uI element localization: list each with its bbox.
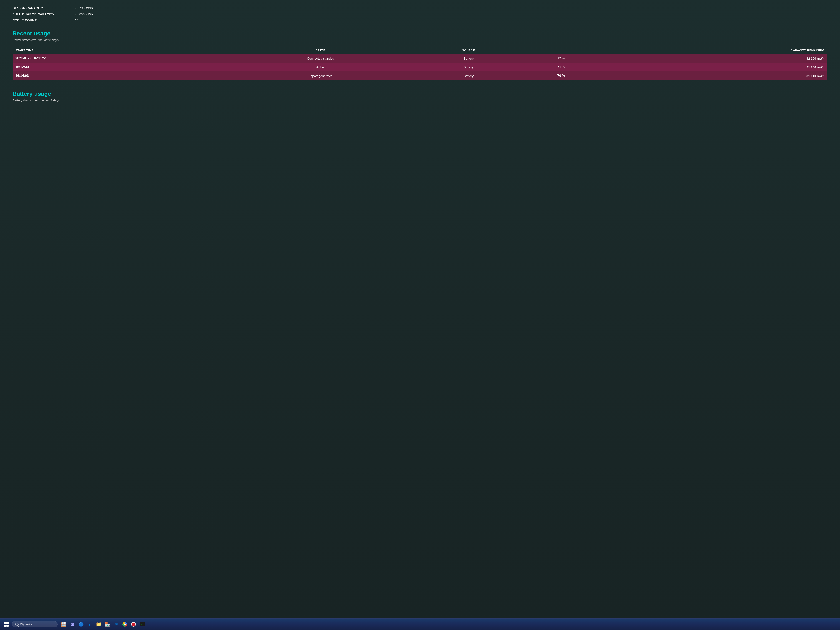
recent-usage-title: Recent usage — [13, 30, 827, 37]
file-explorer-icon[interactable]: 📁 — [95, 621, 103, 628]
col-start-time: START TIME — [13, 47, 226, 54]
windows-pane-1 — [4, 622, 6, 624]
taskbar-icons: 🪟 ⊞ 🔵 e 📁 🏪 ✉ >_ — [60, 621, 146, 628]
cell-source: Battery — [415, 63, 523, 71]
start-button[interactable] — [2, 620, 10, 628]
cell-capacity-pct: 72 % — [523, 54, 600, 63]
table-row: 16:14:03Report generatedBattery70 %31 61… — [13, 71, 827, 80]
windows-pane-4 — [6, 625, 8, 627]
widgets-app-icon[interactable]: 🪟 — [60, 621, 68, 628]
cell-capacity-pct: 70 % — [523, 71, 600, 80]
opera-icon[interactable] — [129, 621, 137, 628]
cell-state: Active — [226, 63, 415, 71]
full-charge-row: FULL CHARGE CAPACITY 44 850 mWh — [13, 12, 827, 16]
cell-capacity-mwh: 32 100 mWh — [600, 54, 827, 63]
mail-icon[interactable]: ✉ — [112, 621, 120, 628]
edge-icon[interactable]: e — [86, 621, 94, 628]
cell-capacity-mwh: 31 610 mWh — [600, 71, 827, 80]
cell-start-time: 16:14:03 — [13, 71, 226, 80]
cell-start-time: 16:12:30 — [13, 63, 226, 71]
terminal-icon[interactable]: >_ — [138, 621, 146, 628]
col-capacity-mwh: CAPACITY REMAINING — [600, 47, 827, 54]
cell-state: Report generated — [226, 71, 415, 80]
search-bar[interactable]: Wyszukaj — [12, 621, 57, 627]
recent-usage-section: Recent usage Power states over the last … — [13, 30, 827, 80]
cell-capacity-mwh: 31 930 mWh — [600, 63, 827, 71]
cycle-count-value: 16 — [75, 18, 79, 22]
table-row: 2024-03-08 16:11:54Connected standbyBatt… — [13, 54, 827, 63]
battery-usage-subtitle: Battery drains over the last 3 days — [13, 98, 827, 102]
cycle-count-row: CYCLE COUNT 16 — [13, 18, 827, 22]
cell-source: Battery — [415, 54, 523, 63]
battery-usage-title: Battery usage — [13, 91, 827, 97]
chrome-icon[interactable] — [121, 621, 129, 628]
teams-meet-icon[interactable]: 🔵 — [77, 621, 85, 628]
full-charge-value: 44 850 mWh — [75, 12, 93, 16]
col-state: STATE — [226, 47, 415, 54]
design-capacity-label: DESIGN CAPACITY — [13, 6, 75, 10]
cell-capacity-pct: 71 % — [523, 63, 600, 71]
full-charge-label: FULL CHARGE CAPACITY — [13, 12, 75, 16]
battery-info-section: DESIGN CAPACITY 45 730 mWh FULL CHARGE C… — [13, 6, 827, 22]
col-source: SOURCE — [415, 47, 523, 54]
microsoft-store-icon[interactable]: 🏪 — [103, 621, 111, 628]
usage-table: START TIME STATE SOURCE CAPACITY REMAINI… — [13, 47, 827, 80]
table-row: 16:12:30ActiveBattery71 %31 930 mWh — [13, 63, 827, 71]
col-capacity-pct — [523, 47, 600, 54]
windows-icon — [4, 622, 8, 627]
design-capacity-row: DESIGN CAPACITY 45 730 mWh — [13, 6, 827, 10]
windows-pane-3 — [4, 625, 6, 627]
design-capacity-value: 45 730 mWh — [75, 6, 93, 10]
search-icon — [15, 623, 19, 626]
search-text: Wyszukaj — [20, 623, 33, 626]
cycle-count-label: CYCLE COUNT — [13, 18, 75, 22]
taskbar: Wyszukaj 🪟 ⊞ 🔵 e 📁 🏪 ✉ >_ — [0, 618, 840, 630]
recent-usage-subtitle: Power states over the last 3 days — [13, 38, 827, 42]
cell-start-time: 2024-03-08 16:11:54 — [13, 54, 226, 63]
task-view-icon[interactable]: ⊞ — [68, 621, 76, 628]
cell-source: Battery — [415, 71, 523, 80]
windows-pane-2 — [6, 622, 8, 624]
battery-usage-section: Battery usage Battery drains over the la… — [13, 91, 827, 102]
cell-state: Connected standby — [226, 54, 415, 63]
table-header-row: START TIME STATE SOURCE CAPACITY REMAINI… — [13, 47, 827, 54]
